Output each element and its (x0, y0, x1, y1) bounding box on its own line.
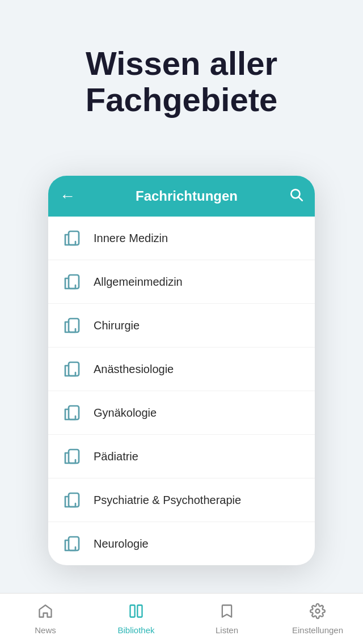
copy-icon (62, 402, 82, 423)
list-item[interactable]: Innere Medizin (48, 217, 315, 260)
list-item[interactable]: Allgemeinmedizin (48, 260, 315, 304)
list-item[interactable]: Psychiatrie & Psychotherapie (48, 478, 315, 522)
library-icon (128, 603, 144, 623)
list-item-label: Innere Medizin (94, 232, 168, 245)
list-item-label: Gynäkologie (94, 406, 157, 420)
nav-item-news[interactable]: News (0, 603, 91, 635)
svg-rect-9 (69, 537, 79, 550)
list-item[interactable]: Gynäkologie (48, 391, 315, 435)
svg-rect-10 (130, 605, 135, 617)
hero-section: Wissen aller Fachgebiete (0, 0, 363, 141)
nav-item-listen[interactable]: Listen (182, 603, 272, 635)
svg-rect-11 (137, 605, 142, 617)
svg-point-12 (316, 609, 320, 613)
nav-label-listen: Listen (216, 625, 238, 635)
copy-icon (62, 446, 82, 467)
specialty-list: Innere Medizin Allgemeinmedizin Chirurgi… (48, 217, 315, 565)
svg-line-1 (299, 197, 302, 201)
bottom-nav: News Bibliothek Listen Einstellungen (0, 593, 363, 644)
svg-rect-6 (69, 406, 79, 420)
app-bar-title: Fachrichtungen (85, 188, 289, 204)
list-item[interactable]: Pädiatrie (48, 435, 315, 478)
settings-icon (310, 603, 326, 623)
list-item[interactable]: Chirurgie (48, 304, 315, 348)
list-item-label: Neurologie (94, 537, 149, 550)
nav-label-bibliothek: Bibliothek (117, 625, 154, 635)
copy-icon (62, 228, 82, 248)
nav-label-einstellungen: Einstellungen (292, 625, 343, 635)
svg-rect-4 (69, 319, 79, 332)
list-item[interactable]: Neurologie (48, 522, 315, 565)
copy-icon (62, 490, 82, 510)
copy-icon (62, 272, 82, 292)
phone-mockup: ← Fachrichtungen Innere Medizin (48, 176, 315, 565)
back-button[interactable]: ← (60, 187, 75, 205)
copy-icon (62, 315, 82, 336)
copy-icon (62, 359, 82, 379)
list-item-label: Anästhesiologie (94, 363, 174, 376)
list-item-label: Chirurgie (94, 319, 140, 332)
svg-rect-7 (69, 450, 79, 463)
svg-rect-3 (69, 275, 79, 289)
list-item-label: Psychiatrie & Psychotherapie (94, 494, 241, 507)
search-button[interactable] (289, 187, 303, 205)
list-item[interactable]: Anästhesiologie (48, 348, 315, 391)
bookmark-icon (219, 603, 235, 623)
list-item-label: Allgemeinmedizin (94, 276, 183, 289)
list-item-label: Pädiatrie (94, 450, 138, 463)
home-icon (37, 603, 53, 623)
hero-title: Wissen aller Fachgebiete (34, 45, 329, 118)
nav-item-bibliothek[interactable]: Bibliothek (91, 603, 182, 635)
app-bar: ← Fachrichtungen (48, 176, 315, 217)
nav-label-news: News (35, 625, 56, 635)
svg-rect-8 (69, 493, 79, 507)
svg-rect-5 (69, 362, 79, 376)
svg-rect-2 (69, 231, 79, 245)
nav-item-einstellungen[interactable]: Einstellungen (272, 603, 363, 635)
copy-icon (62, 533, 82, 554)
